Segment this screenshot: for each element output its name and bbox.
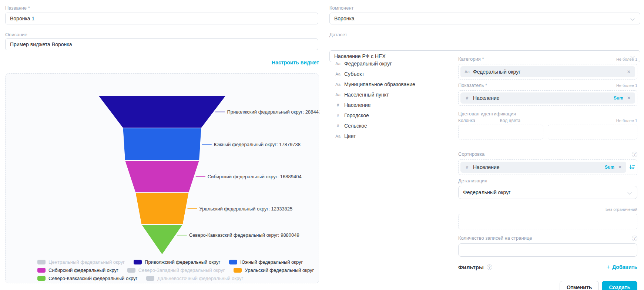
chevron-down-icon [627,190,631,194]
create-button[interactable]: Создать [602,281,637,290]
configure-widget-link[interactable]: Настроить виджет [272,60,319,65]
legend-swatch [37,268,46,273]
help-icon[interactable]: ? [487,264,492,270]
legend-swatch [37,276,46,281]
close-icon[interactable]: ✕ [617,164,623,170]
field-name: Субъект [344,71,364,77]
detail-value: Федеральный округ [463,189,510,195]
category-label: Категория * [458,56,484,62]
field-name: Населенный пункт [344,92,389,98]
funnel-segment[interactable] [125,161,199,193]
color-column-label: Колонка [458,118,475,123]
legend-row: Сибирский федеральный округСеверо-Западн… [37,266,314,274]
add-filter-button[interactable]: + Добавить [606,263,637,271]
detail-select[interactable]: Федеральный округ [458,186,637,199]
legend-row: Северо-Кавказский федеральный округДальн… [37,274,314,282]
legend-label: Центральный федеральный округ [48,259,125,265]
funnel-data-label: Сибирский федеральный округ: 16889404 [208,174,302,179]
color-limit-label: Не более 1 [616,118,637,123]
legend-item[interactable]: Южный федеральный округ [229,259,303,265]
legend-item[interactable]: Приволжский федеральный округ [134,259,220,265]
field-type-text-icon: Аа [335,61,341,66]
field-name: Цвет [344,133,356,139]
name-label: Название * [5,5,30,11]
aggregation-badge[interactable]: Sum [605,165,614,170]
legend-swatch [146,276,154,281]
legend-item[interactable]: Уральский федеральный округ [234,267,314,273]
field-type-text-icon: Аа [335,92,341,97]
component-value: Воронка [334,16,355,21]
dataset-field-item[interactable]: #Население [335,100,457,110]
sorting-label: Сортировка [458,151,484,157]
legend-item[interactable]: Дальневосточный федеральный округ [146,276,243,281]
funnel-chart-panel: Приволжский федеральный округ: 28844264Ю… [5,73,319,283]
legend-swatch [134,260,142,264]
field-type-text-icon: Аа [335,82,341,87]
close-icon[interactable]: ✕ [626,69,631,75]
sorting-chip-label: Население [473,164,500,170]
add-filter-label: Добавить [612,264,637,270]
funnel-data-label: Южный федеральный округ: 17879738 [214,142,301,147]
dataset-field-item[interactable]: АаНаселенный пункт [335,90,457,100]
funnel-data-label: Северо-Кавказский федеральный округ: 988… [189,232,299,238]
dataset-field-item[interactable]: АаЦвет [335,131,457,141]
legend-label: Северо-Кавказский федеральный округ [48,276,137,281]
component-select[interactable]: Воронка [329,13,640,24]
dataset-field-item[interactable]: АаФедеральный округ [335,58,457,69]
funnel-segment[interactable] [98,96,226,128]
component-label: Компонент [329,5,354,11]
sorting-dropzone[interactable]: # Население Sum ✕ [458,159,637,175]
legend-item[interactable]: Северо-Западный федеральный округ [127,267,225,273]
limit-dropzone[interactable] [458,214,637,229]
field-type-number-icon: # [464,96,470,100]
legend-swatch [229,260,237,264]
filters-label: Фильтры [458,264,484,270]
legend-label: Северо-Западный федеральный округ [138,267,225,273]
field-name: Население [344,102,371,108]
field-type-text-icon: Аа [335,72,341,76]
help-icon[interactable]: ? [632,152,637,157]
field-name: Сельское [344,123,367,129]
field-type-text-icon: Аа [464,70,470,74]
sorting-chip[interactable]: # Население Sum ✕ [460,162,626,173]
category-chip[interactable]: Аа Федеральный округ ✕ [460,66,635,77]
legend-row: Центральный федеральный округПриволжский… [37,258,314,266]
measure-chip[interactable]: # Население Sum ✕ [460,92,635,104]
measure-dropzone[interactable]: # Население Sum ✕ [458,90,637,106]
legend-item[interactable]: Сибирский федеральный округ [37,267,118,273]
aggregation-badge[interactable]: Sum [614,95,623,101]
dataset-fields-list: АаФедеральный округАаСубъектАаМуниципаль… [335,58,457,141]
legend-item[interactable]: Северо-Кавказский федеральный округ [37,276,137,281]
legend-label: Южный федеральный округ [240,259,303,265]
legend-label: Приволжский федеральный округ [145,259,220,265]
legend-swatch [127,268,135,273]
legend-item[interactable]: Центральный федеральный округ [37,259,125,265]
funnel-segment[interactable] [135,193,189,225]
dataset-field-item[interactable]: АаСубъект [335,69,457,79]
color-column-dropzone[interactable] [458,125,543,139]
cancel-button[interactable]: Отменить [560,281,599,290]
category-dropzone[interactable]: Аа Федеральный округ ✕ [458,64,637,80]
legend-label: Сибирский федеральный округ [48,267,118,273]
measure-label: Показатель * [458,82,487,88]
dataset-field-item[interactable]: #Городское [335,110,457,121]
field-name: Городское [344,112,369,118]
funnel-chart: Приволжский федеральный округ: 28844264Ю… [6,74,319,284]
field-name: Муниципальное образование [344,81,415,87]
help-icon[interactable]: ? [632,236,637,241]
color-code-dropzone[interactable] [548,125,637,139]
sort-descending-icon[interactable] [629,164,635,170]
measure-chip-label: Население [473,95,500,101]
close-icon[interactable]: ✕ [626,95,631,101]
field-type-number-icon: # [335,103,341,107]
name-input[interactable] [5,13,318,24]
description-label: Описание [5,32,27,37]
funnel-segment[interactable] [123,128,202,161]
dataset-field-item[interactable]: #Сельское [335,121,457,131]
funnel-segment[interactable] [141,225,183,255]
dataset-field-item[interactable]: АаМуниципальное образование [335,79,457,90]
category-chip-label: Федеральный округ [473,69,520,75]
page-size-input[interactable] [458,243,637,257]
footer-divider [458,276,637,276]
description-input[interactable] [5,38,318,50]
